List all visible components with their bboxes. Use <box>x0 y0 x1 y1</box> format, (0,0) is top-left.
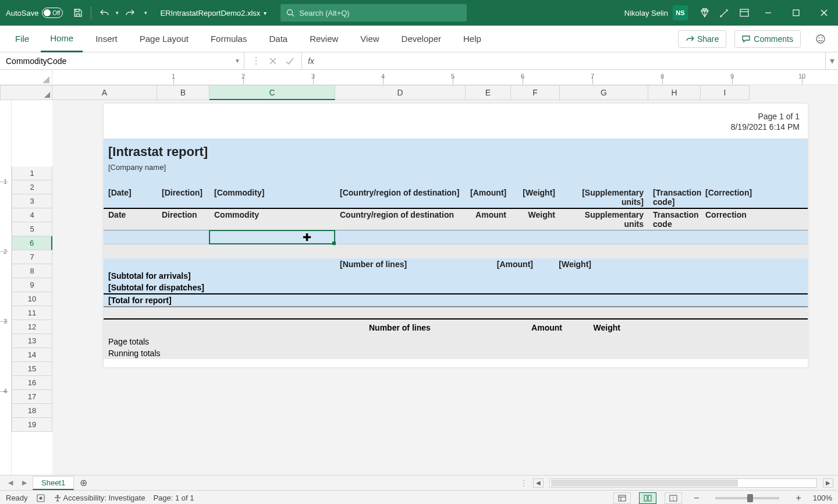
sum-hdr-lines: [Number of lines] <box>335 258 480 270</box>
sheet-nav-next-icon[interactable]: ▶ <box>19 479 30 487</box>
select-all-button[interactable] <box>0 85 52 100</box>
name-box-dropdown-icon[interactable]: ▼ <box>235 58 240 64</box>
search-box[interactable]: Search (Alt+Q) <box>280 4 467 22</box>
col-header-H[interactable]: H <box>648 85 701 100</box>
user-avatar: NS <box>673 5 688 20</box>
feedback-smile-icon[interactable] <box>810 30 831 48</box>
close-button[interactable] <box>810 0 838 26</box>
quick-access-icon[interactable] <box>715 8 734 18</box>
cancel-edit-icon[interactable] <box>269 57 277 65</box>
ruler-corner <box>0 70 52 84</box>
tab-data[interactable]: Data <box>260 26 297 52</box>
col-header-I[interactable]: I <box>701 85 750 100</box>
row-header-15[interactable]: 15 <box>12 362 52 376</box>
fx-label[interactable]: fx <box>302 52 320 69</box>
row-header-19[interactable]: 19 <box>12 418 52 432</box>
tab-page-layout[interactable]: Page Layout <box>130 26 198 52</box>
row-header-3[interactable]: 3 <box>12 194 52 208</box>
confirm-edit-icon[interactable] <box>285 57 294 65</box>
col-header-A[interactable]: A <box>52 85 157 100</box>
sheet-split-handle[interactable]: ⋮ <box>517 479 531 487</box>
col-header-F[interactable]: F <box>511 85 560 100</box>
row-header-2[interactable]: 2 <box>12 180 52 194</box>
status-accessibility[interactable]: Accessibility: Investigate <box>54 494 145 503</box>
zoom-in-button[interactable]: + <box>792 493 804 503</box>
formula-input[interactable] <box>320 52 825 69</box>
document-filename[interactable]: ERIntrastatReportDemo2.xlsx ▾ <box>152 9 275 17</box>
row-header-9[interactable]: 9 <box>12 278 52 292</box>
redo-icon[interactable] <box>120 8 140 17</box>
sheet-nav-prev-icon[interactable]: ◀ <box>5 479 16 487</box>
tab-formulas[interactable]: Formulas <box>201 26 257 52</box>
row-header-14[interactable]: 14 <box>12 348 52 362</box>
hdr-tmpl-amount: [Amount] <box>466 187 511 208</box>
sheet-tab-active[interactable]: Sheet1 <box>33 476 74 490</box>
comments-button[interactable]: Comments <box>734 30 801 48</box>
undo-icon[interactable] <box>95 8 115 17</box>
row-header-12[interactable]: 12 <box>12 320 52 334</box>
name-box[interactable]: CommodityCode ▼ <box>0 52 244 69</box>
filename-dropdown-icon[interactable]: ▾ <box>264 10 267 16</box>
tab-developer[interactable]: Developer <box>392 26 450 52</box>
zoom-out-button[interactable]: − <box>690 493 702 503</box>
diamond-icon[interactable] <box>695 8 715 18</box>
view-normal-button[interactable] <box>613 492 631 504</box>
ftr-hdr-amount: Amount <box>509 322 567 333</box>
row-header-1[interactable]: 1 <box>12 166 52 180</box>
formula-options-icon[interactable]: ⋮ <box>251 55 261 66</box>
tab-view[interactable]: View <box>351 26 388 52</box>
row-header-18[interactable]: 18 <box>12 404 52 418</box>
horizontal-ruler: 12345678910 <box>0 70 838 85</box>
svg-rect-2 <box>740 9 748 16</box>
autosave-control[interactable]: AutoSave Off <box>0 8 69 18</box>
file-tab[interactable]: File <box>7 26 37 52</box>
autosave-toggle[interactable]: Off <box>42 8 63 18</box>
ribbon-display-icon[interactable] <box>734 8 754 18</box>
maximize-button[interactable] <box>782 0 810 26</box>
user-account[interactable]: Nikolay Selin NS <box>617 5 695 20</box>
row-header-16[interactable]: 16 <box>12 376 52 390</box>
hscroll-right-icon[interactable]: ▶ <box>823 478 833 488</box>
row-headers: 12345678910111213141516171819 <box>12 100 52 475</box>
selected-data-row[interactable]: ✚ <box>104 230 808 244</box>
tab-help[interactable]: Help <box>454 26 491 52</box>
col-header-D[interactable]: D <box>335 85 466 100</box>
row-header-5[interactable]: 5 <box>12 222 52 236</box>
qat-dropdown-icon[interactable]: ▾ <box>140 10 152 16</box>
row-header-7[interactable]: 7 <box>12 250 52 264</box>
row-header-17[interactable]: 17 <box>12 390 52 404</box>
sheet-area[interactable]: Page 1 of 1 8/19/2021 6:14 PM [Intrastat… <box>52 100 838 475</box>
row-header-13[interactable]: 13 <box>12 334 52 348</box>
save-icon[interactable] <box>69 8 87 17</box>
hdr-supp: Supplementary units <box>560 209 648 230</box>
hdr-tmpl-direction: [Direction] <box>157 187 210 208</box>
col-header-G[interactable]: G <box>560 85 648 100</box>
add-sheet-button[interactable]: ⊕ <box>76 477 90 489</box>
worksheet-grid[interactable]: 1234 12345678910111213141516171819 Page … <box>0 100 838 475</box>
row-header-4[interactable]: 4 <box>12 208 52 222</box>
tab-review[interactable]: Review <box>300 26 347 52</box>
cell-cursor-icon: ✚ <box>303 231 311 244</box>
undo-dropdown-icon[interactable]: ▾ <box>115 10 120 16</box>
macro-record-icon[interactable] <box>36 494 45 503</box>
tab-home[interactable]: Home <box>41 26 83 52</box>
formula-expand-icon[interactable]: ▾ <box>825 52 838 69</box>
zoom-slider[interactable] <box>715 497 779 499</box>
view-page-layout-button[interactable] <box>639 492 656 504</box>
row-header-11[interactable]: 11 <box>12 306 52 320</box>
hdr-amount: Amount <box>466 209 511 230</box>
col-header-E[interactable]: E <box>466 85 511 100</box>
share-button[interactable]: Share <box>678 30 726 48</box>
col-header-B[interactable]: B <box>157 85 210 100</box>
zoom-level[interactable]: 100% <box>813 494 832 502</box>
hscroll-left-icon[interactable]: ◀ <box>533 478 544 488</box>
sum-hdr-amount: [Amount] <box>480 258 538 270</box>
row-header-6[interactable]: 6 <box>12 236 52 250</box>
minimize-button[interactable] <box>754 0 782 26</box>
view-page-break-button[interactable] <box>665 492 682 504</box>
horizontal-scrollbar[interactable] <box>549 478 817 488</box>
row-header-8[interactable]: 8 <box>12 264 52 278</box>
row-header-10[interactable]: 10 <box>12 292 52 306</box>
col-header-C[interactable]: C <box>210 85 335 100</box>
tab-insert[interactable]: Insert <box>86 26 127 52</box>
